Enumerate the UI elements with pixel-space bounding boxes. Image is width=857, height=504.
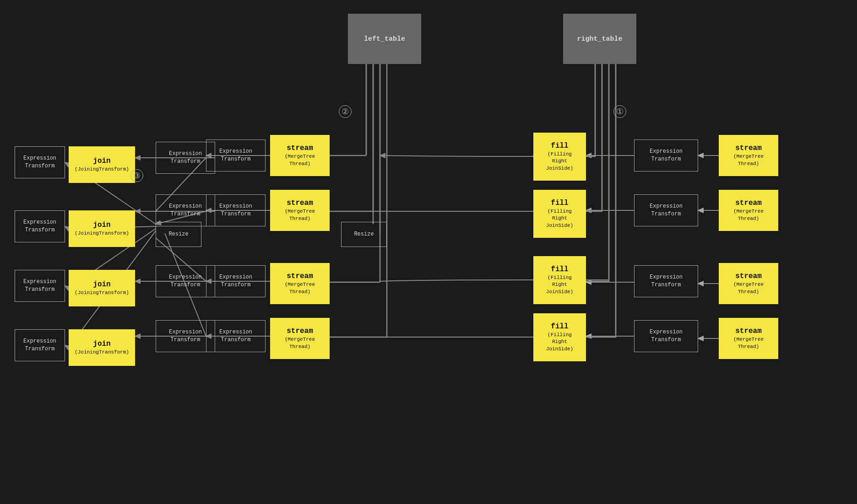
expr_r3: ExpressionTransform <box>634 265 698 297</box>
stream_l1: stream(MergeTreeThread) <box>270 135 330 176</box>
expr_jm2: ExpressionTransform <box>156 194 215 226</box>
right_table: right_table <box>563 14 636 64</box>
fill_r3: fill(FillingRightJoinSide) <box>533 256 586 304</box>
expr_r2: ExpressionTransform <box>634 194 698 226</box>
fill_r1: fill(FillingRightJoinSide) <box>533 133 586 181</box>
stream_l4: stream(MergeTreeThread) <box>270 318 330 359</box>
stream_r1: stream(MergeTreeThread) <box>719 135 778 176</box>
resize_right: Resize <box>341 222 387 247</box>
expr_r4: ExpressionTransform <box>634 320 698 352</box>
circle-label-3: ③ <box>130 169 143 182</box>
svg-line-46 <box>65 286 69 288</box>
stream_l3: stream(MergeTreeThread) <box>270 263 330 304</box>
expr_r1: ExpressionTransform <box>634 139 698 172</box>
stream_r2: stream(MergeTreeThread) <box>719 190 778 231</box>
join1: join(JoiningTransform) <box>69 146 135 183</box>
fill_r2: fill(FillingRightJoinSide) <box>533 190 586 238</box>
svg-line-44 <box>65 162 69 165</box>
stream_l2: stream(MergeTreeThread) <box>270 190 330 231</box>
expr_jm3: ExpressionTransform <box>156 265 215 297</box>
circle-label-2: ② <box>339 105 352 118</box>
left_table: left_table <box>348 14 421 64</box>
join2: join(JoiningTransform) <box>69 210 135 247</box>
stream_r4: stream(MergeTreeThread) <box>719 318 778 359</box>
expr_j1: ExpressionTransform <box>15 146 65 178</box>
svg-line-47 <box>65 345 69 348</box>
join3: join(JoiningTransform) <box>69 270 135 306</box>
circle-label-1: ① <box>613 105 626 118</box>
expr_j3: ExpressionTransform <box>15 270 65 302</box>
expr_jm4: ExpressionTransform <box>156 320 215 352</box>
stream_r3: stream(MergeTreeThread) <box>719 263 778 304</box>
expr_j4: ExpressionTransform <box>15 329 65 361</box>
svg-line-45 <box>65 226 69 229</box>
fill_r4: fill(FillingRightJoinSide) <box>533 313 586 361</box>
expr_jm1: ExpressionTransform <box>156 142 215 174</box>
expr_j2: ExpressionTransform <box>15 210 65 242</box>
join4: join(JoiningTransform) <box>69 329 135 366</box>
